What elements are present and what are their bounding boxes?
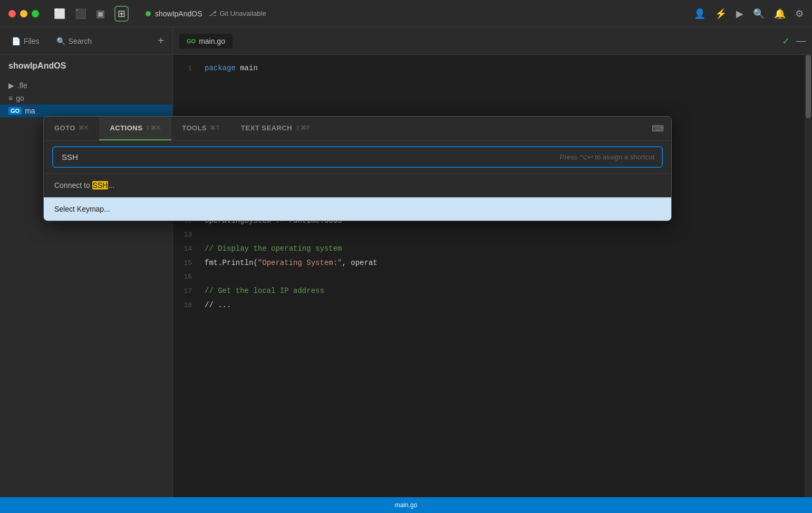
sidebar-tree: ▶ .fle ≡ go GO ma bbox=[0, 77, 172, 119]
tools-shortcut: ⌘T bbox=[210, 125, 220, 131]
go-badge: GO bbox=[8, 107, 22, 115]
sidebar-search-nav[interactable]: 🔍 Search bbox=[53, 35, 95, 48]
palette-search-wrapper: Press ⌥↩ to assign a shortcut bbox=[52, 146, 663, 168]
sidebar-add-button[interactable]: + bbox=[158, 35, 164, 47]
palette-tab-text-search[interactable]: TEXT SEARCH ⇧⌘F bbox=[230, 117, 321, 140]
tree-item-go[interactable]: ≡ go bbox=[0, 92, 172, 104]
list-icon: ≡ bbox=[8, 94, 13, 102]
play-icon[interactable]: ▶ bbox=[736, 8, 743, 20]
result-connect-ssh[interactable]: Connect to SSH... bbox=[44, 174, 671, 197]
tree-item-fle[interactable]: ▶ .fle bbox=[0, 79, 172, 92]
git-status: Git Unavailable bbox=[220, 10, 266, 17]
palette-tab-goto[interactable]: GOTO ⌘K bbox=[44, 117, 99, 140]
actions-label: ACTIONS bbox=[110, 124, 142, 132]
status-file: main.go bbox=[395, 501, 418, 509]
project-indicator: showIpAndOS bbox=[146, 10, 202, 18]
traffic-light-red[interactable] bbox=[8, 10, 16, 17]
command-palette[interactable]: GOTO ⌘K ACTIONS ⇧⌘K TOOLS ⌘T TEXT SEARCH… bbox=[43, 116, 672, 221]
select-keymap-label: Select Keymap... bbox=[54, 205, 110, 213]
project-title: showIpAndOS bbox=[0, 55, 172, 77]
sidebar: 📄 Files 🔍 Search + showIpAndOS ▶ .fle ≡ … bbox=[0, 27, 173, 497]
traffic-light-green[interactable] bbox=[32, 10, 39, 17]
palette-search: Press ⌥↩ to assign a shortcut bbox=[44, 141, 671, 174]
scrollbar-track[interactable] bbox=[805, 55, 812, 497]
text-search-label: TEXT SEARCH bbox=[241, 124, 292, 132]
ssh-highlight: SSH bbox=[92, 181, 109, 189]
search-icon[interactable]: 🔍 bbox=[753, 8, 765, 20]
palette-tab-actions[interactable]: ACTIONS ⇧⌘K bbox=[99, 117, 171, 140]
code-line-17: 17 // Get the local IP address bbox=[173, 284, 812, 298]
minus-icon[interactable]: — bbox=[796, 35, 806, 46]
traffic-light-yellow[interactable] bbox=[20, 10, 27, 17]
editor-tab-actions: ✓ — bbox=[782, 35, 806, 47]
files-icon: 📄 bbox=[12, 37, 21, 45]
editor-tab-bar: GO main.go ✓ — bbox=[173, 27, 812, 55]
code-line-13: 13 bbox=[173, 228, 812, 242]
code-line-16: 16 bbox=[173, 270, 812, 284]
code-line-18: 18 // ... bbox=[173, 298, 812, 312]
palette-search-input[interactable] bbox=[52, 146, 663, 168]
tree-item-label: go bbox=[16, 94, 24, 102]
files-label: Files bbox=[24, 37, 40, 45]
tools-label: TOOLS bbox=[182, 124, 207, 132]
status-bar: main.go bbox=[0, 497, 812, 513]
tree-item-label: .fle bbox=[17, 81, 27, 90]
title-bar: ⬜ ⬛ ▣ ⊞ showIpAndOS ⎇ Git Unavailable 👤 … bbox=[0, 0, 812, 27]
chevron-right-icon: ▶ bbox=[8, 81, 14, 90]
search-nav-label: Search bbox=[69, 37, 92, 45]
scrollbar-thumb[interactable] bbox=[806, 55, 811, 118]
sidebar-left-icon[interactable]: ⬜ bbox=[54, 8, 65, 20]
lang-badge: GO bbox=[187, 38, 196, 44]
palette-tab-tools[interactable]: TOOLS ⌘T bbox=[171, 117, 230, 140]
git-icon: ⎇ bbox=[209, 10, 217, 17]
sidebar-header: 📄 Files 🔍 Search + bbox=[0, 27, 172, 55]
sidebar-right-icon[interactable]: ▣ bbox=[96, 8, 105, 20]
goto-label: GOTO bbox=[54, 124, 75, 132]
result-select-keymap[interactable]: Select Keymap... bbox=[44, 197, 671, 221]
keyboard-icon: ⌨ bbox=[652, 124, 664, 133]
code-line: 1 package main bbox=[173, 61, 812, 75]
traffic-lights bbox=[8, 10, 39, 17]
bell-icon[interactable]: 🔔 bbox=[774, 8, 786, 20]
check-icon[interactable]: ✓ bbox=[782, 35, 790, 47]
actions-shortcut: ⇧⌘K bbox=[146, 125, 161, 131]
grid-icon[interactable]: ⊞ bbox=[114, 6, 129, 22]
title-bar-right: 👤 ⚡ ▶ 🔍 🔔 ⚙ bbox=[694, 8, 804, 20]
palette-results: Connect to SSH... Select Keymap... bbox=[44, 174, 671, 221]
text-search-shortcut: ⇧⌘F bbox=[295, 125, 310, 131]
main-area: 📄 Files 🔍 Search + showIpAndOS ▶ .fle ≡ … bbox=[0, 27, 812, 497]
editor-tab-main[interactable]: GO main.go bbox=[179, 34, 233, 49]
search-nav-icon: 🔍 bbox=[56, 37, 65, 45]
keyboard-icon-button[interactable]: ⌨ bbox=[644, 119, 671, 138]
layout-bottom-icon[interactable]: ⬛ bbox=[75, 8, 86, 20]
sidebar-files-nav[interactable]: 📄 Files bbox=[8, 35, 43, 48]
gear-icon[interactable]: ⚙ bbox=[795, 8, 804, 20]
git-info[interactable]: ⎇ Git Unavailable bbox=[209, 10, 266, 17]
add-user-icon[interactable]: 👤 bbox=[694, 8, 705, 20]
code-line-14: 14 // Display the operating system bbox=[173, 242, 812, 256]
project-name: showIpAndOS bbox=[155, 10, 202, 18]
goto-shortcut: ⌘K bbox=[79, 125, 89, 131]
tree-item-main[interactable]: GO ma bbox=[0, 104, 172, 117]
palette-tabs: GOTO ⌘K ACTIONS ⇧⌘K TOOLS ⌘T TEXT SEARCH… bbox=[44, 117, 671, 141]
tree-item-label: ma bbox=[25, 107, 35, 115]
editor-tab-filename: main.go bbox=[199, 37, 225, 45]
code-line-15: 15 fmt.Println("Operating System:", oper… bbox=[173, 256, 812, 270]
title-bar-icons: ⬜ ⬛ ▣ ⊞ bbox=[54, 6, 129, 22]
editor-area: GO main.go ✓ — 1 package main 10 func ma… bbox=[173, 27, 812, 497]
project-status-dot bbox=[146, 11, 151, 16]
lightning-icon[interactable]: ⚡ bbox=[715, 8, 727, 20]
